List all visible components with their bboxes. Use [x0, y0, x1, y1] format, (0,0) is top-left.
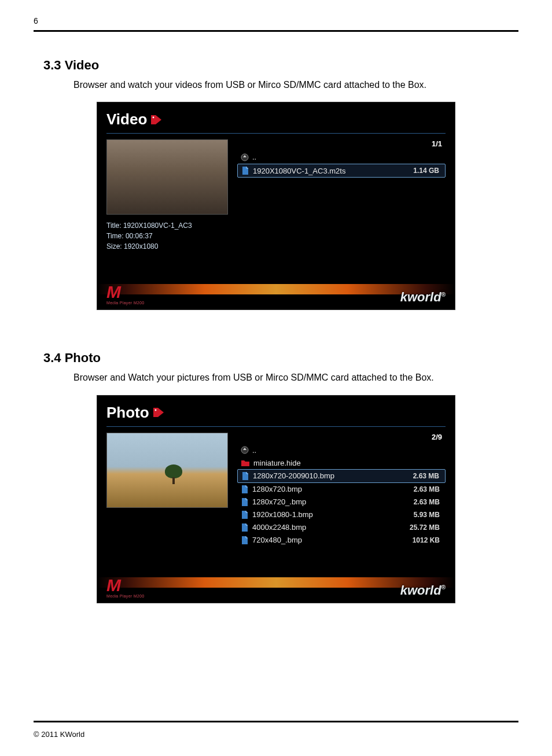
flame-bar — [97, 577, 455, 588]
flame-bar — [97, 284, 455, 294]
photo-page-counter: 2/9 — [237, 433, 446, 441]
video-divider — [106, 133, 446, 134]
file-row[interactable]: 1920x1080-1.bmp5.93 MB — [237, 508, 446, 521]
photo-preview-pane — [106, 433, 228, 547]
copyright: © 2011 KWorld — [34, 730, 84, 739]
file-icon — [241, 523, 249, 532]
svg-point-0 — [153, 116, 154, 118]
file-row[interactable]: 1920X1080VC-1_AC3.m2ts1.14 GB — [237, 164, 446, 178]
file-size: 1012 KB — [413, 536, 440, 544]
file-icon — [241, 536, 249, 545]
file-row[interactable]: 1280x720-2009010.bmp2.63 MB — [237, 469, 446, 483]
file-icon — [241, 166, 249, 175]
photo-screen-title-row: Photo — [106, 404, 446, 422]
section-heading-video: 3.3 Video — [43, 58, 509, 73]
photo-divider — [106, 426, 446, 427]
video-screen-title: Video — [106, 110, 147, 128]
header-rule — [34, 30, 518, 32]
photo-up-label: .. — [252, 446, 256, 455]
section-body-photo: Browser and Watch your pictures from USB… — [73, 371, 509, 384]
photo-preview-thumbnail — [106, 433, 228, 508]
file-size: 25.72 MB — [410, 523, 440, 532]
photo-folder-name: miniature.hide — [253, 459, 301, 467]
photo-screen-title: Photo — [106, 404, 149, 422]
up-icon — [241, 446, 249, 454]
file-icon — [241, 510, 249, 519]
video-meta-time: Time: 00:06:37 — [106, 231, 228, 241]
video-page-counter: 1/1 — [237, 139, 446, 148]
video-list-pane: 1/1 .. 1920X1080VC-1_AC3.m2ts1.14 GB — [237, 139, 446, 252]
file-name: 720x480_.bmp — [252, 536, 302, 544]
photo-list-pane: 2/9 .. miniature.hide 128 — [237, 433, 446, 547]
page-number: 6 — [34, 16, 38, 25]
file-name: 1280x720.bmp — [252, 485, 302, 493]
photo-screenshot: Photo 2/9 .. — [97, 395, 455, 603]
video-meta-title: Title: 1920X1080VC-1_AC3 — [106, 220, 228, 231]
file-icon — [241, 471, 249, 481]
file-size: 2.63 MB — [413, 472, 439, 480]
file-size: 2.63 MB — [414, 498, 440, 506]
file-row[interactable]: 1280x720_.bmp2.63 MB — [237, 496, 446, 508]
tag-icon — [150, 115, 162, 125]
file-row[interactable]: 4000x2248.bmp25.72 MB — [237, 521, 446, 534]
photo-up-row[interactable]: .. — [237, 445, 446, 456]
folder-icon — [241, 459, 250, 467]
file-row[interactable]: 1280x720.bmp2.63 MB — [237, 483, 446, 496]
file-icon — [241, 497, 249, 507]
video-preview-thumbnail — [106, 139, 228, 215]
file-size: 1.14 GB — [413, 167, 439, 175]
video-up-row[interactable]: .. — [237, 152, 446, 163]
file-row[interactable]: 720x480_.bmp1012 KB — [237, 534, 446, 547]
file-name: 1280x720_.bmp — [252, 497, 306, 506]
footer-rule — [34, 721, 518, 722]
file-name: 1920X1080VC-1_AC3.m2ts — [253, 167, 345, 175]
m-logo-sub: Media Player M200 — [106, 301, 144, 305]
video-screenshot: Video Title: 1920X1080VC-1_AC3 Time: 00:… — [97, 102, 455, 310]
video-screen-title-row: Video — [106, 110, 446, 128]
tag-icon — [153, 407, 164, 418]
file-size: 2.63 MB — [414, 485, 440, 493]
up-icon — [241, 153, 249, 161]
file-name: 1920x1080-1.bmp — [252, 510, 313, 519]
photo-folder-row[interactable]: miniature.hide — [237, 457, 446, 469]
video-preview-pane: Title: 1920X1080VC-1_AC3 Time: 00:06:37 … — [106, 139, 228, 252]
video-up-label: .. — [252, 153, 256, 161]
file-name: 4000x2248.bmp — [252, 523, 306, 532]
file-icon — [241, 485, 249, 494]
file-size: 5.93 MB — [414, 511, 440, 519]
file-name: 1280x720-2009010.bmp — [253, 471, 334, 480]
section-body-video: Browser and watch your videos from USB o… — [73, 79, 509, 91]
section-heading-photo: 3.4 Photo — [43, 351, 509, 366]
video-preview-meta: Title: 1920X1080VC-1_AC3 Time: 00:06:37 … — [106, 220, 228, 252]
video-meta-size: Size: 1920x1080 — [106, 241, 228, 252]
m-logo-sub: Media Player M200 — [106, 594, 144, 598]
svg-point-2 — [154, 410, 156, 411]
